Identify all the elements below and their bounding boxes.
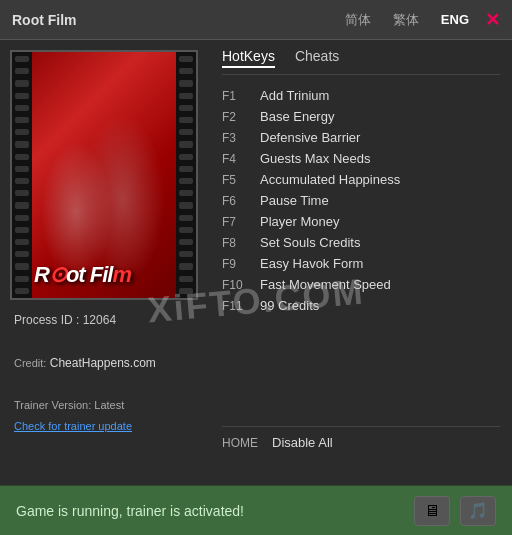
tabs: HotKeys Cheats [222,48,500,75]
hotkey-row: F5Accumulated Happiness [222,169,500,190]
hotkey-row: F9Easy Havok Form [222,253,500,274]
hotkey-row: F8Set Souls Credits [222,232,500,253]
monitor-icon: 🖥 [424,502,440,520]
credit-line: Credit: CheatHappens.com [14,353,196,375]
hotkey-row: F10Fast Movement Speed [222,274,500,295]
hotkey-row: F3Defensive Barrier [222,127,500,148]
app-title: Root Film [12,12,77,28]
game-title-text: R⊙ot Film [34,262,131,288]
hotkey-key: F6 [222,194,260,208]
hotkey-key: F2 [222,110,260,124]
title-r: R [34,262,49,287]
trainer-update-link[interactable]: Check for trainer update [14,420,132,432]
close-button[interactable]: ✕ [485,9,500,31]
monitor-icon-button[interactable]: 🖥 [414,496,450,526]
right-panel: HotKeys Cheats F1Add TriniumF2Base Energ… [210,40,512,460]
home-label: Disable All [272,435,333,450]
hotkey-label: Add Trinium [260,88,329,103]
tab-cheats[interactable]: Cheats [295,48,339,68]
left-panel: R⊙ot Film Process ID : 12064 Credit: Che… [0,40,210,460]
game-cover: R⊙ot Film [10,50,198,300]
process-id: Process ID : 12064 [14,310,196,332]
hotkey-row: F7Player Money [222,211,500,232]
hotkeys-list: F1Add TriniumF2Base EnergyF3Defensive Ba… [222,85,500,418]
hotkey-key: F5 [222,173,260,187]
tab-hotkeys[interactable]: HotKeys [222,48,275,68]
hotkey-key: F7 [222,215,260,229]
hotkey-key: F3 [222,131,260,145]
left-info: Process ID : 12064 Credit: CheatHappens.… [10,300,200,448]
title-bar: Root Film 简体 繁体 ENG ✕ [0,0,512,40]
home-section: HOME Disable All [222,426,500,452]
hotkey-row: F6Pause Time [222,190,500,211]
hotkey-label: Fast Movement Speed [260,277,391,292]
hotkey-key: F1 [222,89,260,103]
hotkey-label: Accumulated Happiness [260,172,400,187]
film-strip-left [12,52,32,298]
lang-traditional-chinese[interactable]: 繁体 [387,9,425,31]
hotkey-label: Guests Max Needs [260,151,371,166]
hotkey-label: Player Money [260,214,339,229]
status-text: Game is running, trainer is activated! [16,503,244,519]
lang-buttons: 简体 繁体 ENG ✕ [339,9,500,31]
hotkey-key: F10 [222,278,260,292]
hotkey-row: F2Base Energy [222,106,500,127]
title-m: m [112,262,131,287]
hotkey-label: Defensive Barrier [260,130,360,145]
status-icons: 🖥 🎵 [414,496,496,526]
hotkey-label: Easy Havok Form [260,256,363,271]
film-strip-right [176,52,196,298]
music-icon-button[interactable]: 🎵 [460,496,496,526]
home-key: HOME [222,436,272,450]
game-title-overlay: R⊙ot Film [34,262,174,288]
hotkey-row: F1199 Credits [222,295,500,316]
hotkey-key: F11 [222,299,260,313]
status-bar: Game is running, trainer is activated! 🖥… [0,485,512,535]
lang-english[interactable]: ENG [435,10,475,29]
hotkey-label: 99 Credits [260,298,319,313]
hotkey-key: F9 [222,257,260,271]
lang-simplified-chinese[interactable]: 简体 [339,9,377,31]
credit-value: CheatHappens.com [50,356,156,370]
hotkey-key: F8 [222,236,260,250]
hotkey-row: F4Guests Max Needs [222,148,500,169]
hotkey-label: Set Souls Credits [260,235,360,250]
hotkey-label: Base Energy [260,109,334,124]
trainer-version: Trainer Version: Latest [14,396,196,416]
main-content: R⊙ot Film Process ID : 12064 Credit: Che… [0,40,512,460]
hotkey-row: F1Add Trinium [222,85,500,106]
music-icon: 🎵 [468,501,488,520]
hotkey-label: Pause Time [260,193,329,208]
home-row: HOME Disable All [222,433,500,452]
title-rest: ot Fil [66,262,113,287]
hotkey-key: F4 [222,152,260,166]
title-circle: ⊙ [49,262,66,287]
credit-label: Credit: [14,357,46,369]
